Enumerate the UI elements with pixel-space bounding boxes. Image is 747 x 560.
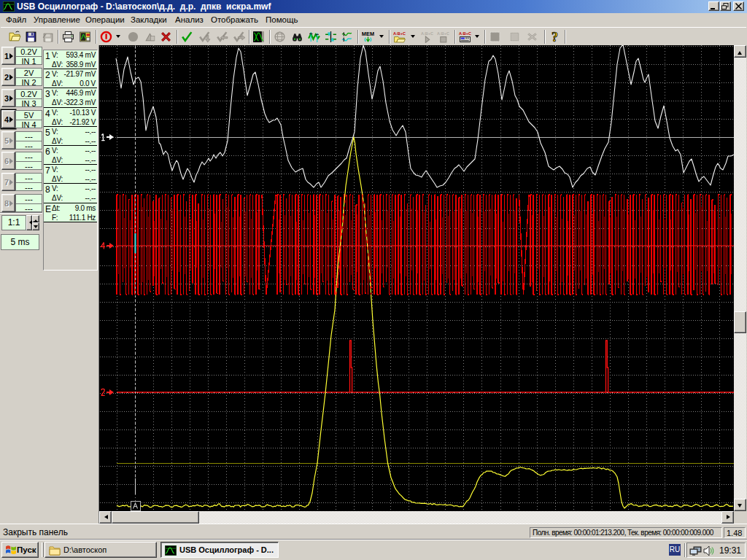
svg-text:A:B+C: A:B+C — [421, 31, 433, 36]
svg-text:MEM: MEM — [362, 31, 374, 37]
svg-text:A:B+C: A:B+C — [393, 31, 406, 36]
svg-text:?: ? — [551, 31, 558, 43]
svg-text:A:B+C: A:B+C — [437, 31, 449, 36]
svg-text:A:B+C: A:B+C — [459, 31, 471, 36]
